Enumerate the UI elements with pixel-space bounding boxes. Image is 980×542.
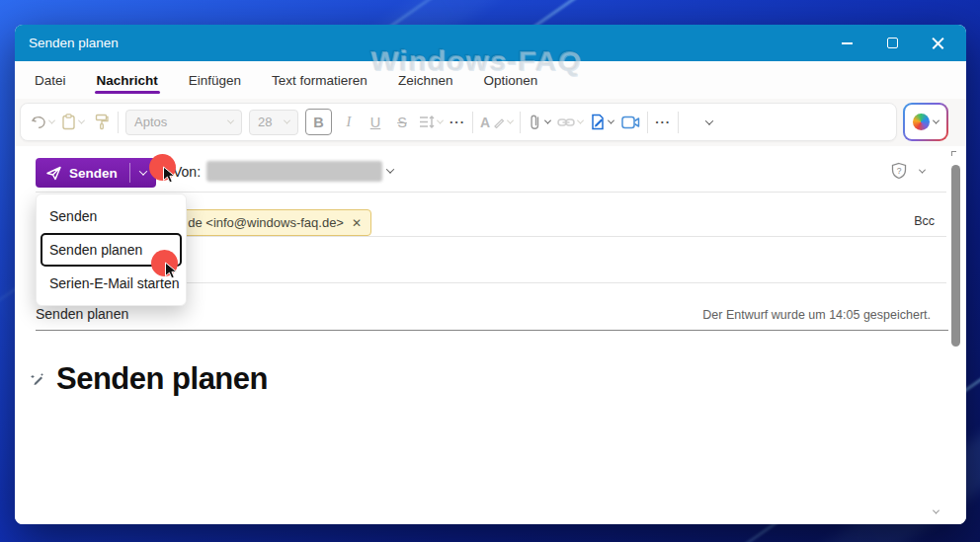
signature-button[interactable] xyxy=(590,109,613,136)
from-address-redacted[interactable] xyxy=(206,161,382,182)
recipient-address: . de <info@windows-faq.de> xyxy=(181,215,344,230)
chevron-down-icon xyxy=(48,117,55,124)
from-chevron-icon[interactable] xyxy=(386,165,394,173)
titlebar[interactable]: Senden planen xyxy=(15,25,966,61)
window-title: Senden planen xyxy=(29,25,119,61)
menu-item-serien-email[interactable]: Serien-E-Mail starten xyxy=(37,267,186,300)
subject-underline xyxy=(36,330,948,331)
remove-recipient-icon[interactable]: ✕ xyxy=(352,216,362,230)
chevron-down-icon[interactable] xyxy=(919,166,926,173)
pen-icon xyxy=(493,116,505,128)
styles-icon: A xyxy=(480,115,490,130)
copilot-icon xyxy=(913,114,930,130)
undo-button[interactable] xyxy=(31,109,54,136)
format-painter-button[interactable] xyxy=(91,109,111,136)
copilot-button[interactable] xyxy=(903,103,948,141)
chevron-down-icon xyxy=(577,117,584,124)
send-button[interactable]: Senden xyxy=(36,158,129,188)
tab-einfuegen[interactable]: Einfügen xyxy=(187,64,243,97)
compose-area: Senden Von: ? . de <info@windows-faq.de>… xyxy=(15,146,966,524)
compose-window: Senden planen Windows-FAQ Datei Nachrich… xyxy=(15,25,966,524)
scrollbar-thumb[interactable] xyxy=(951,165,960,347)
ribbon-collapse-button[interactable] xyxy=(699,109,719,136)
from-label: Von: xyxy=(173,164,201,180)
paste-button[interactable] xyxy=(61,109,84,136)
row-divider xyxy=(36,192,946,193)
line-spacing-icon xyxy=(419,115,435,129)
toolbar-divider xyxy=(647,112,648,133)
close-button[interactable] xyxy=(915,25,960,61)
copilot-pen-icon[interactable] xyxy=(30,372,45,388)
draft-saved-status: Der Entwurf wurde um 14:05 gespeichert. xyxy=(702,308,931,322)
chevron-down-icon xyxy=(284,117,290,124)
toolbar-divider xyxy=(520,112,521,133)
toolbar: Aptos 28 B I U S ··· A xyxy=(20,103,897,141)
font-size-value: 28 xyxy=(258,115,272,129)
undo-icon xyxy=(31,115,46,130)
message-body-heading[interactable]: Senden planen xyxy=(56,361,268,397)
paperclip-icon xyxy=(528,114,542,130)
more-commands-button[interactable]: ··· xyxy=(655,115,671,129)
clipboard-icon xyxy=(61,114,76,130)
send-button-label: Senden xyxy=(69,166,118,181)
video-camera-icon xyxy=(621,116,640,129)
signature-icon xyxy=(590,114,606,130)
tab-optionen[interactable]: Optionen xyxy=(481,64,539,97)
close-icon xyxy=(932,37,944,49)
minimize-button[interactable] xyxy=(824,25,869,61)
menu-item-senden-planen[interactable]: Senden planen xyxy=(41,233,182,267)
tab-zeichnen[interactable]: Zeichnen xyxy=(396,64,455,97)
video-button[interactable] xyxy=(620,109,640,136)
svg-text:?: ? xyxy=(897,166,902,176)
send-options-chevron[interactable] xyxy=(130,158,156,188)
styles-button[interactable]: A xyxy=(480,109,513,136)
strikethrough-button[interactable]: S xyxy=(392,115,412,130)
font-family-value: Aptos xyxy=(134,115,167,129)
scroll-down-arrow[interactable] xyxy=(933,507,939,514)
format-painter-icon xyxy=(94,114,109,130)
chevron-down-icon xyxy=(933,117,939,124)
more-formatting-button[interactable]: ··· xyxy=(449,115,465,129)
maximize-icon xyxy=(887,38,898,48)
font-family-select[interactable]: Aptos xyxy=(125,110,242,135)
chevron-down-icon xyxy=(608,117,614,124)
italic-button[interactable]: I xyxy=(339,114,359,130)
tab-nachricht[interactable]: Nachricht xyxy=(95,64,160,97)
font-size-select[interactable]: 28 xyxy=(249,110,298,135)
chevron-down-icon xyxy=(544,117,551,124)
link-icon xyxy=(557,116,575,128)
shield-question-icon[interactable]: ? xyxy=(890,162,908,180)
bold-button[interactable]: B xyxy=(305,109,332,135)
attach-file-button[interactable] xyxy=(528,109,550,136)
underline-button[interactable]: U xyxy=(366,115,385,130)
send-split-button[interactable]: Senden xyxy=(36,158,156,188)
scroll-up-arrow[interactable] xyxy=(951,151,956,156)
chevron-down-icon xyxy=(437,117,444,124)
ribbon: Aptos 28 B I U S ··· A xyxy=(15,99,966,146)
send-options-menu: Senden Senden planen Serien-E-Mail start… xyxy=(36,194,187,306)
menu-item-senden[interactable]: Senden xyxy=(37,199,186,233)
toolbar-divider xyxy=(472,112,473,133)
toolbar-divider xyxy=(678,112,679,133)
chevron-down-icon xyxy=(507,117,514,124)
ribbon-tabs: Datei Nachricht Einfügen Text formatiere… xyxy=(15,61,966,99)
tab-text-formatieren[interactable]: Text formatieren xyxy=(270,64,369,97)
bold-icon: B xyxy=(309,115,329,130)
tab-datei[interactable]: Datei xyxy=(33,64,68,97)
chevron-down-icon xyxy=(227,117,234,124)
chevron-down-icon xyxy=(139,167,147,175)
subject-input[interactable]: Senden planen xyxy=(36,306,128,322)
chevron-down-icon xyxy=(705,116,713,124)
insert-link-button[interactable] xyxy=(557,109,583,136)
chevron-down-icon xyxy=(78,117,85,124)
toolbar-divider xyxy=(118,112,119,133)
minimize-icon xyxy=(842,42,853,44)
bcc-button[interactable]: Bcc xyxy=(914,214,935,228)
maximize-button[interactable] xyxy=(869,25,915,61)
line-spacing-button[interactable] xyxy=(419,109,443,136)
send-icon xyxy=(45,166,62,181)
